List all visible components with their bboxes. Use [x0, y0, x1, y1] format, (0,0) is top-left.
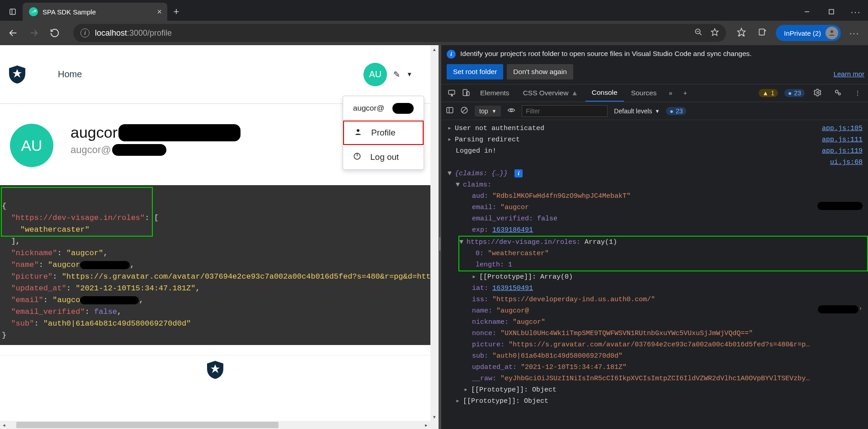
- dropdown-email: augcor@: [343, 96, 424, 121]
- address-bar[interactable]: i localhost:3000/profile: [73, 24, 726, 42]
- redacted: [80, 296, 139, 304]
- devtools-tabbar: Elements CSS Overview ▲ Console Sources …: [441, 84, 868, 102]
- devtools-infobar: i Identify your project's root folder to…: [441, 45, 868, 62]
- svg-rect-29: [447, 107, 453, 113]
- add-tab-icon[interactable]: +: [679, 89, 692, 97]
- inprivate-label: InPrivate (2): [784, 29, 821, 37]
- dropdown-email-text: augcor@: [353, 104, 384, 113]
- zoom-icon[interactable]: [694, 28, 703, 38]
- highlight-box: ▼https://dev-visage.in/roles: Array(1) 0…: [458, 236, 868, 271]
- issues-badge[interactable]: ● 23: [666, 107, 686, 115]
- inprivate-badge[interactable]: InPrivate (2): [776, 25, 841, 41]
- favorites-menu-icon[interactable]: [734, 28, 749, 39]
- dropdown-profile-label: Profile: [371, 128, 396, 138]
- svg-line-32: [462, 108, 467, 112]
- footer-card: [0, 355, 430, 387]
- console-filter-bar: top ▼ Default levels ▼ ● 23: [441, 102, 868, 120]
- svg-point-25: [817, 91, 819, 93]
- nav-forward-button[interactable]: [24, 23, 43, 42]
- svg-point-16: [830, 30, 833, 33]
- svg-point-18: [357, 129, 359, 132]
- svg-line-28: [838, 93, 839, 93]
- footer-logo-icon: [206, 360, 224, 380]
- svg-line-7: [700, 33, 702, 35]
- set-root-folder-button[interactable]: Set root folder: [447, 64, 503, 79]
- source-link[interactable]: app.js:119: [822, 145, 863, 157]
- app-logo-icon: [8, 65, 26, 84]
- errors-badge[interactable]: ● 23: [784, 89, 805, 97]
- redacted: [818, 305, 859, 313]
- code-block[interactable]: { "https://dev-visage.in/roles": [ "weat…: [0, 185, 430, 345]
- tab-title: SPA SDK Sample: [42, 8, 96, 16]
- filter-input[interactable]: [522, 105, 608, 117]
- log-levels-selector[interactable]: Default levels ▼: [614, 107, 660, 115]
- profile-nickname: augcor: [71, 124, 241, 141]
- dropdown-logout-label: Log out: [370, 152, 399, 162]
- url-text: localhost:3000/profile: [95, 28, 172, 38]
- nav-back-button[interactable]: [4, 23, 23, 42]
- dont-show-again-button[interactable]: Don't show again: [507, 64, 573, 79]
- svg-point-33: [510, 109, 513, 112]
- user-dropdown: augcor@ Profile Log out: [343, 96, 424, 170]
- user-avatar: AU: [363, 63, 387, 86]
- profile-avatar-icon: [826, 27, 838, 39]
- power-icon: [353, 152, 362, 163]
- source-link[interactable]: ui.js:68: [830, 157, 863, 168]
- infobar-message: Identify your project's root folder to o…: [460, 50, 752, 58]
- sidebar-toggle-icon[interactable]: [446, 106, 454, 116]
- settings-icon[interactable]: [811, 89, 825, 98]
- devtools-more-icon[interactable]: ⋮: [851, 89, 864, 97]
- context-selector[interactable]: top ▼: [475, 106, 501, 117]
- devtools-splitter[interactable]: [439, 45, 441, 429]
- site-info-icon[interactable]: i: [80, 28, 90, 37]
- console-output[interactable]: ▸User not authenticatedapp.js:105 ▸Parsi…: [441, 120, 868, 429]
- more-button[interactable]: ···: [847, 28, 862, 38]
- tab-actions-button[interactable]: [3, 3, 23, 21]
- source-link[interactable]: app.js:111: [822, 134, 863, 145]
- redacted: [392, 103, 414, 114]
- svg-marker-9: [712, 28, 718, 35]
- svg-marker-10: [738, 28, 745, 36]
- inspect-element-icon[interactable]: [445, 89, 458, 98]
- minimize-button[interactable]: [795, 3, 819, 21]
- devtools-panel: i Identify your project's root folder to…: [441, 45, 868, 429]
- source-link[interactable]: app.js:105: [822, 123, 863, 134]
- svg-rect-3: [829, 9, 834, 14]
- nav-home-link[interactable]: Home: [58, 69, 82, 79]
- profile-avatar-large: AU: [10, 124, 53, 167]
- page-scrollbar-vertical[interactable]: ▴▾: [430, 45, 439, 429]
- tab-sources[interactable]: Sources: [625, 84, 663, 102]
- user-menu-trigger[interactable]: AU ✎ ▼: [363, 63, 412, 86]
- learn-more-link[interactable]: Learn mor: [834, 70, 864, 78]
- page-scrollbar-horizontal[interactable]: ◂▸: [0, 421, 430, 429]
- nav-refresh-button[interactable]: [45, 23, 64, 42]
- tab-elements[interactable]: Elements: [474, 84, 516, 102]
- more-tabs-icon[interactable]: »: [664, 89, 678, 97]
- user-icon: [354, 128, 363, 138]
- tab-favicon: [29, 7, 38, 16]
- page-viewport: Home AU ✎ ▼ augcor@ Profile: [0, 45, 439, 429]
- collections-icon[interactable]: [755, 28, 769, 39]
- live-expression-icon[interactable]: [507, 106, 515, 116]
- browser-tab-active[interactable]: SPA SDK Sample ×: [23, 3, 167, 21]
- maximize-button[interactable]: [819, 3, 844, 21]
- close-tab-icon[interactable]: ×: [157, 7, 162, 17]
- browser-tab-strip: SPA SDK Sample × + ···: [0, 0, 868, 21]
- profile-json-block: { "https://dev-visage.in/roles": [ "weat…: [0, 185, 430, 345]
- clear-console-icon[interactable]: [460, 106, 468, 116]
- profile-email: augcor@: [71, 144, 241, 156]
- tab-css-overview[interactable]: CSS Overview ▲: [517, 84, 585, 102]
- redacted: [118, 124, 241, 141]
- new-tab-button[interactable]: +: [167, 3, 185, 21]
- tab-console[interactable]: Console: [585, 84, 624, 102]
- warnings-badge[interactable]: ▲ 1: [759, 89, 778, 97]
- info-icon[interactable]: i: [514, 169, 523, 177]
- window-controls: ···: [795, 3, 868, 21]
- feedback-icon[interactable]: [831, 89, 844, 98]
- overflow-button[interactable]: ···: [844, 3, 868, 21]
- dropdown-profile[interactable]: Profile: [343, 121, 424, 145]
- favorites-icon[interactable]: [711, 28, 719, 38]
- device-toggle-icon[interactable]: [459, 89, 473, 98]
- dropdown-logout[interactable]: Log out: [343, 145, 424, 169]
- devtools-infobar-buttons: Set root folder Don't show again: [441, 62, 868, 84]
